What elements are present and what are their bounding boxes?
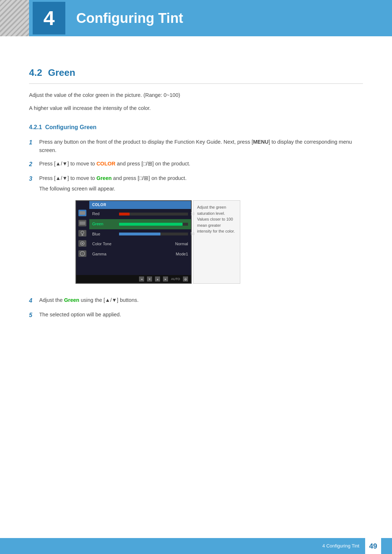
step-text-3: Press [▲/▼] to move to Green and press [… (39, 174, 363, 291)
step-sub-3: The following screen will appear. (39, 185, 363, 193)
footer-chapter-label: 4 Configuring Tint (322, 542, 359, 550)
section-title: Green (48, 67, 75, 78)
sidebar-icon-3 (78, 230, 86, 237)
menu-row-green: Green (89, 219, 191, 229)
svg-point-6 (82, 243, 83, 244)
menu-bar-red: 10 (119, 213, 188, 216)
step-text-4: Adjust the Green using the [▲/▼] buttons… (39, 296, 363, 304)
step-3: 3 Press [▲/▼] to move to Green and press… (29, 174, 363, 291)
steps-list: 1 Press any button on the front of the p… (29, 138, 363, 320)
menu-row-red: Red 10 (89, 209, 191, 219)
menu-label-red: Red (92, 211, 118, 217)
menu-label-blue: Blue (92, 231, 118, 238)
step-5: 5 The selected option will be applied. (29, 311, 363, 320)
nav-btn-down: ▼ (147, 276, 152, 282)
menu-row-blue: Blue 50 (89, 229, 191, 239)
color-word-2: COLOR (97, 161, 115, 167)
sidebar-icon-2 (78, 220, 86, 226)
step-4: 4 Adjust the Green using the [▲/▼] butto… (29, 296, 363, 305)
auto-label: AUTO (171, 276, 180, 282)
svg-rect-0 (79, 211, 85, 215)
step-number-2: 2 (29, 160, 39, 169)
step-text-1: Press any button on the front of the pro… (39, 138, 363, 155)
menu-title: COLOR (89, 201, 191, 209)
section-number: 4.2 (29, 67, 42, 78)
nav-btn-right: ► (163, 276, 168, 282)
monitor-ui: i COLOR Red 1 (75, 200, 192, 284)
screen-container: i COLOR Red 1 (75, 200, 363, 284)
chapter-title-area: Configuring Tint (69, 0, 392, 36)
menu-bar-fill-green (119, 223, 183, 226)
body-paragraph-2: A higher value will increase the intensi… (29, 104, 363, 113)
chapter-number-box: 4 (29, 0, 69, 36)
chapter-number: 4 (33, 2, 65, 34)
step-number-3: 3 (29, 174, 39, 184)
menu-row-gamma: Gamma Mode1 (89, 249, 191, 259)
footer-page-number: 49 (365, 538, 381, 554)
menu-row-colortone: Color Tone Normal (89, 239, 191, 249)
monitor-bottom-bar: ◄ ▼ ▲ ► AUTO ⏻ (76, 275, 191, 283)
step-text-5: The selected option will be applied. (39, 311, 363, 319)
sidebar-icon-5: i (78, 250, 86, 257)
sidebar-icon-4 (78, 240, 86, 247)
subsection-heading: 4.2.1 Configuring Green (29, 123, 363, 132)
main-content: 4.2Green Adjust the value of the color g… (0, 36, 392, 354)
tooltip-note: Adjust the green saturation level. Value… (193, 200, 240, 284)
svg-text:i: i (82, 252, 83, 256)
stripe-decoration (0, 0, 29, 36)
subsection-number: 4.2.1 (29, 124, 42, 130)
menu-value-gamma: Mode1 (176, 251, 188, 258)
step-1: 1 Press any button on the front of the p… (29, 138, 363, 155)
subsection-title: Configuring Green (45, 124, 96, 130)
menu-key-label: MENU (253, 139, 269, 145)
step-number-1: 1 (29, 138, 39, 147)
menu-label-green: Green (92, 221, 118, 227)
menu-value-red: 10 (191, 211, 195, 217)
menu-area: COLOR Red 10 Green (89, 201, 191, 275)
menu-bar-fill-blue (119, 233, 160, 235)
nav-btn-left: ◄ (139, 276, 144, 282)
menu-value-blue: 50 (191, 231, 195, 237)
menu-bar-green (119, 223, 188, 226)
step-number-4: 4 (29, 296, 39, 305)
svg-point-4 (81, 231, 84, 234)
menu-label-gamma: Gamma (92, 251, 118, 258)
section-heading: 4.2Green (29, 65, 363, 84)
menu-label-colortone: Color Tone (92, 241, 118, 247)
color-word-4: Green (64, 297, 79, 303)
sidebar-icon-1 (78, 210, 86, 216)
chapter-title: Configuring Tint (76, 7, 183, 29)
chapter-header: 4 Configuring Tint (0, 0, 392, 36)
nav-btn-power: ⏻ (183, 276, 188, 282)
menu-value-colortone: Normal (175, 241, 188, 247)
page-footer: 4 Configuring Tint 49 (0, 538, 392, 554)
menu-bar-blue: 50 (119, 233, 188, 235)
step-2: 2 Press [▲/▼] to move to COLOR and press… (29, 160, 363, 169)
nav-btn-up: ▲ (155, 276, 160, 282)
menu-bar-fill-red (119, 213, 130, 216)
step-number-5: 5 (29, 311, 39, 320)
sidebar-icons: i (76, 208, 89, 258)
step-text-2: Press [▲/▼] to move to COLOR and press [… (39, 160, 363, 168)
body-paragraph-1: Adjust the value of the color green in t… (29, 91, 363, 100)
color-word-3: Green (97, 175, 112, 181)
